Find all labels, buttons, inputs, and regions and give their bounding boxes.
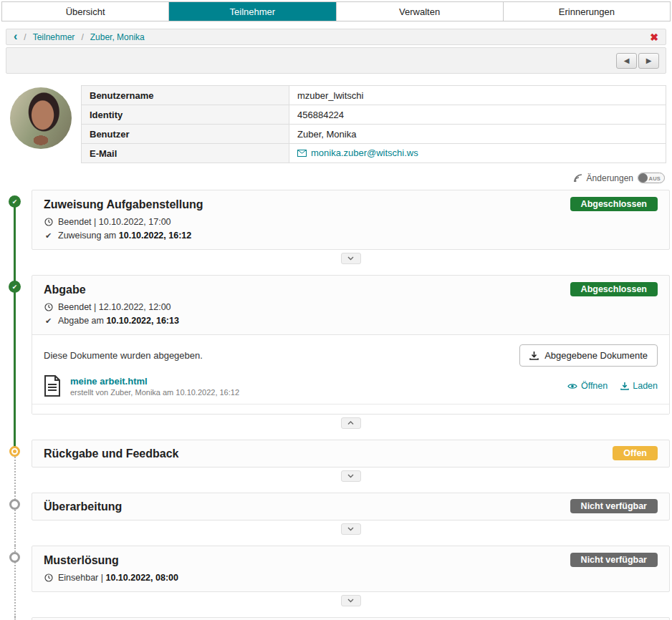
profile-label-identity: Identity xyxy=(82,105,289,125)
timeline-rail: ✔ xyxy=(0,275,32,440)
stage-title: Rückgabe und Feedback xyxy=(44,446,179,460)
stage-content: Bewertung Offen xyxy=(32,617,670,620)
envelope-icon xyxy=(297,150,307,157)
stage-title: Abgabe xyxy=(44,282,86,296)
chevron-down-icon xyxy=(347,256,354,261)
section-expand-button[interactable] xyxy=(341,470,361,482)
document-actions: Öffnen Laden xyxy=(567,381,658,391)
participant-pager-toolbar: ◀ ▶ xyxy=(6,47,666,74)
stage-rueckgabe: Rückgabe und Feedback Offen xyxy=(0,440,672,493)
stage-meta-done: ✔ Zuweisung am 10.10.2022, 16:12 xyxy=(44,231,658,241)
table-row: Identity 456884224 xyxy=(82,105,666,125)
email-link[interactable]: monika.zuber@witschi.ws xyxy=(297,147,418,158)
meta-text: Beendet | 12.10.2022, 12:00 xyxy=(58,302,171,312)
clock-icon xyxy=(44,218,53,226)
tab-erinnerungen[interactable]: Erinnerungen xyxy=(504,2,670,21)
toggle-state: AUS xyxy=(649,175,661,182)
tab-verwalten[interactable]: Verwalten xyxy=(337,2,504,21)
next-arrow-icon: ▶ xyxy=(646,57,652,64)
stage-bewertung: Bewertung Offen xyxy=(0,617,672,620)
meta-text: Beendet | 10.10.2022, 17:00 xyxy=(58,217,171,227)
timeline-connector xyxy=(14,275,16,440)
profile-label-benutzer: Benutzer xyxy=(82,125,289,144)
section-expand-button[interactable] xyxy=(341,523,361,535)
chevron-down-icon xyxy=(347,599,354,603)
stage-completed-marker-icon: ✔ xyxy=(9,195,21,208)
documents-note: Diese Dokumente wurden abgegeben. xyxy=(44,350,203,361)
stage-title: Überarbeitung xyxy=(44,499,122,513)
document-link[interactable]: meine arbeit.html xyxy=(70,376,239,387)
meta-date: 10.10.2022, 16:13 xyxy=(106,316,178,326)
prev-arrow-icon: ◀ xyxy=(624,57,630,64)
stage-content: Überarbeitung Nicht verfügbar xyxy=(32,493,670,546)
toggle-knob xyxy=(638,173,648,183)
download-document-link[interactable]: Laden xyxy=(620,381,658,391)
previous-participant-button[interactable]: ◀ xyxy=(616,53,637,69)
section-collapse-button[interactable] xyxy=(341,417,361,429)
meta-text: Abgabe am xyxy=(58,316,106,326)
participant-profile: Benutzername mzuber_lwitschi Identity 45… xyxy=(10,85,666,163)
check-icon: ✔ xyxy=(12,284,18,291)
feed-icon xyxy=(574,174,582,183)
close-icon[interactable]: ✖ xyxy=(650,32,658,42)
open-document-link[interactable]: Öffnen xyxy=(567,381,608,391)
stage-card: Überarbeitung Nicht verfügbar xyxy=(32,493,670,520)
table-row: Benutzername mzuber_lwitschi xyxy=(82,86,666,105)
profile-label-benutzername: Benutzername xyxy=(82,86,289,105)
download-icon xyxy=(529,351,539,360)
changes-toggle[interactable]: AUS xyxy=(638,173,665,183)
table-row: Benutzer Zuber, Monika xyxy=(82,125,666,144)
stage-open-marker-icon xyxy=(9,446,20,457)
changes-row: Änderungen AUS xyxy=(0,173,665,183)
section-expand-button[interactable] xyxy=(341,253,361,264)
stage-musterloesung: Musterlösung Nicht verfügbar Einsehbar |… xyxy=(0,546,672,617)
email-text: monika.zuber@witschi.ws xyxy=(311,147,418,158)
meta-text: Einsehbar | xyxy=(58,573,105,583)
stage-card: Zuweisung Aufgabenstellung Abgeschlossen… xyxy=(32,190,670,250)
stage-title: Zuweisung Aufgabenstellung xyxy=(44,197,203,211)
timeline-rail xyxy=(0,440,32,493)
tab-bar: Übersicht Teilnehmer Verwalten Erinnerun… xyxy=(1,1,671,21)
tab-uebersicht[interactable]: Übersicht xyxy=(2,2,169,21)
status-badge: Offen xyxy=(613,446,658,460)
section-expand-button[interactable] xyxy=(341,595,361,606)
stage-card: Abgabe Abgeschlossen Beendet | 12.10.202… xyxy=(32,275,670,415)
profile-value-identity: 456884224 xyxy=(289,105,666,125)
tab-teilnehmer[interactable]: Teilnehmer xyxy=(169,2,336,21)
check-icon: ✔ xyxy=(44,231,53,241)
file-icon xyxy=(44,375,61,397)
status-badge: Nicht verfügbar xyxy=(570,499,658,513)
profile-value-benutzername: mzuber_lwitschi xyxy=(289,86,666,105)
stage-title: Musterlösung xyxy=(44,553,119,567)
meta-text: Zuweisung am xyxy=(58,231,119,241)
profile-table: Benutzername mzuber_lwitschi Identity 45… xyxy=(81,85,666,163)
document-row: meine arbeit.html erstellt von Zuber, Mo… xyxy=(32,374,669,405)
stage-content: Zuweisung Aufgabenstellung Abgeschlossen… xyxy=(32,190,670,275)
stage-card: Bewertung Offen xyxy=(32,617,670,620)
stage-unavailable-marker-icon xyxy=(9,499,20,510)
download-icon xyxy=(620,382,629,390)
breadcrumb-link-teilnehmer[interactable]: Teilnehmer xyxy=(33,32,75,42)
avatar xyxy=(10,87,72,149)
status-badge: Abgeschlossen xyxy=(570,197,658,211)
timeline-connector xyxy=(14,617,16,620)
timeline-rail xyxy=(0,493,32,546)
next-participant-button[interactable]: ▶ xyxy=(638,53,659,69)
timeline-rail: ✔ xyxy=(0,190,32,275)
stage-meta-done: ✔ Abgabe am 10.10.2022, 16:13 xyxy=(44,316,658,326)
profile-label-email: E-Mail xyxy=(82,144,289,163)
back-icon[interactable]: ‹ xyxy=(14,31,17,42)
breadcrumb: ‹ / Teilnehmer / Zuber, Monika ✖ xyxy=(6,29,666,45)
stage-card: Rückgabe und Feedback Offen xyxy=(32,440,670,468)
stage-ueberarbeitung: Überarbeitung Nicht verfügbar xyxy=(0,493,672,546)
stage-unavailable-marker-icon xyxy=(9,552,20,563)
profile-value-benutzer: Zuber, Monika xyxy=(289,125,666,144)
stage-meta-deadline: Beendet | 10.10.2022, 17:00 xyxy=(44,217,658,227)
table-row: E-Mail monika.zuber@witschi.ws xyxy=(82,144,666,163)
changes-label: Änderungen xyxy=(587,173,633,183)
check-icon: ✔ xyxy=(12,198,18,205)
stage-completed-marker-icon: ✔ xyxy=(9,281,21,293)
submitted-documents-button[interactable]: Abgegebene Dokumente xyxy=(519,344,658,367)
breadcrumb-link-participant[interactable]: Zuber, Monika xyxy=(90,32,145,42)
status-badge: Abgeschlossen xyxy=(570,282,658,296)
